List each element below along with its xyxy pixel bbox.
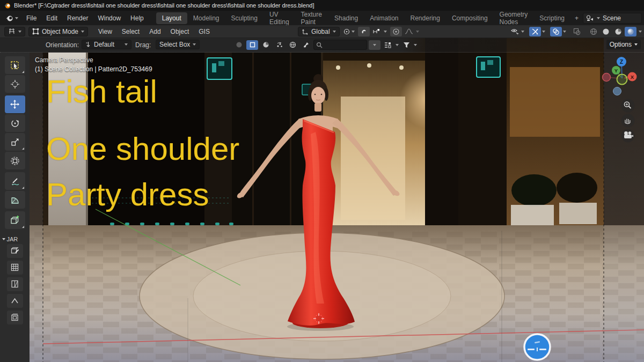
show-gizmo-toggle[interactable] <box>529 27 541 36</box>
menu-view[interactable]: View <box>93 26 117 37</box>
solid-icon <box>602 28 610 35</box>
mode-selector[interactable]: Object Mode <box>28 27 88 36</box>
add-workspace-button[interactable]: + <box>570 12 583 24</box>
material-sphere-icon <box>262 41 269 48</box>
tab-sculpting[interactable]: Sculpting <box>225 12 264 24</box>
chevron-down-icon <box>18 31 21 33</box>
tool-add-cube-button[interactable] <box>5 211 25 229</box>
menu-object[interactable]: Object <box>166 26 194 37</box>
shading-mode-group <box>588 27 642 36</box>
shading-wireframe-button[interactable] <box>588 27 599 36</box>
caption-line-2: One shoulder <box>46 130 239 167</box>
menu-gis[interactable]: GIS <box>194 26 215 37</box>
filter-object-button[interactable] <box>246 40 258 50</box>
pivot-point-selector[interactable] <box>343 28 355 35</box>
viewport-nav-cluster: Z Y X <box>600 53 644 151</box>
addon-edit-mesh-button[interactable] <box>7 244 23 258</box>
transform-orientation-selector[interactable]: Global <box>298 27 340 36</box>
filter-brush-button[interactable] <box>300 40 312 50</box>
measure-icon <box>10 195 20 205</box>
proportional-editing-toggle[interactable] <box>390 27 402 36</box>
app-menu-button[interactable] <box>0 13 21 23</box>
tool-scale-button[interactable] <box>5 133 25 151</box>
menu-window[interactable]: Window <box>93 12 126 24</box>
editor-type-button[interactable] <box>4 27 25 36</box>
editor-3d-viewport-icon <box>8 28 16 35</box>
navigation-gizmo[interactable]: Z Y X <box>603 57 637 95</box>
falloff-curve-icon <box>405 28 413 35</box>
menu-add[interactable]: Add <box>144 26 165 37</box>
pan-button[interactable] <box>621 114 635 128</box>
addon-section-header[interactable]: JAR <box>2 236 28 242</box>
show-object-types-selector[interactable] <box>511 28 524 35</box>
menu-edit[interactable]: Edit <box>41 12 62 24</box>
zoom-button[interactable] <box>621 99 635 113</box>
filter-world-button[interactable] <box>287 40 298 50</box>
storefront-sign <box>207 58 232 79</box>
orientation-dropdown[interactable]: Default <box>82 40 131 49</box>
search-input[interactable] <box>313 40 367 50</box>
scene-selector[interactable]: Scene <box>583 13 642 24</box>
filter-particles-button[interactable] <box>273 40 285 50</box>
tab-rendering[interactable]: Rendering <box>405 12 446 24</box>
tool-transform-button[interactable] <box>5 152 25 169</box>
menu-file[interactable]: File <box>21 12 41 24</box>
shading-solid-button[interactable] <box>600 27 612 36</box>
collapse-menu-button[interactable] <box>369 40 380 50</box>
chevron-down-icon <box>563 31 566 33</box>
proportional-falloff-selector[interactable] <box>403 27 415 36</box>
display-mode-button[interactable] <box>382 40 394 50</box>
snap-toggle[interactable] <box>358 27 370 36</box>
orientation-label: Orientation: <box>46 41 79 49</box>
camera-view-button[interactable] <box>621 129 635 143</box>
shading-rendered-button[interactable] <box>625 27 636 36</box>
tool-annotate-button[interactable] <box>5 172 25 190</box>
tool-cursor-button[interactable] <box>5 75 25 93</box>
tab-scripting[interactable]: Scripting <box>533 12 570 24</box>
drag-dropdown[interactable]: Select Box <box>156 40 200 49</box>
options-label: Options <box>610 41 632 48</box>
filter-button[interactable] <box>400 40 412 50</box>
snap-target-selector[interactable] <box>371 27 383 36</box>
menu-help[interactable]: Help <box>126 12 149 24</box>
addon-plane-button[interactable] <box>7 277 23 291</box>
addon-window-button[interactable] <box>7 311 23 324</box>
window-title: Blender* [F:\Cgtrader dress\fishtail one… <box>14 2 314 9</box>
axis-x-label: X <box>631 74 634 80</box>
chevron-down-icon <box>81 31 84 33</box>
magnet-icon <box>360 28 367 35</box>
orientation-dropdown-value: Default <box>94 41 114 48</box>
chevron-down-icon <box>639 31 642 33</box>
filter-material-button[interactable] <box>260 40 272 50</box>
viewport-menus: View Select Add Object GIS <box>93 26 215 37</box>
tool-measure-button[interactable] <box>5 191 25 209</box>
tool-rotate-button[interactable] <box>5 114 25 132</box>
chevron-down-icon <box>414 44 417 46</box>
shading-material-button[interactable] <box>612 27 624 36</box>
tool-move-button[interactable] <box>5 95 25 113</box>
tab-layout[interactable]: Layout <box>156 12 187 24</box>
menu-select[interactable]: Select <box>117 26 144 37</box>
watermark-logo <box>524 334 550 360</box>
tab-shading[interactable]: Shading <box>328 12 364 24</box>
filter-mesh-button[interactable] <box>233 40 245 50</box>
menu-render[interactable]: Render <box>62 12 93 24</box>
chevron-down-icon <box>542 31 545 33</box>
wireframe-icon <box>590 28 597 35</box>
gizmo-icon <box>531 28 539 35</box>
tab-animation[interactable]: Animation <box>364 12 404 24</box>
tool-select-box-button[interactable] <box>5 56 25 74</box>
show-overlays-toggle[interactable] <box>550 27 562 36</box>
roof-icon <box>11 297 19 304</box>
options-dropdown[interactable]: Options <box>606 40 641 49</box>
tab-modeling[interactable]: Modeling <box>187 12 225 24</box>
visibility-filter-icon <box>511 28 520 35</box>
addon-roof-button[interactable] <box>7 294 23 308</box>
xray-toggle[interactable] <box>571 27 583 36</box>
tab-compositing[interactable]: Compositing <box>446 12 494 24</box>
3d-viewport[interactable]: Orientation: Default Drag: Select Box <box>0 38 644 362</box>
addon-grid-button[interactable] <box>7 261 23 275</box>
drag-label: Drag: <box>135 41 151 49</box>
funnel-icon <box>403 42 410 48</box>
scale-icon <box>10 137 20 147</box>
